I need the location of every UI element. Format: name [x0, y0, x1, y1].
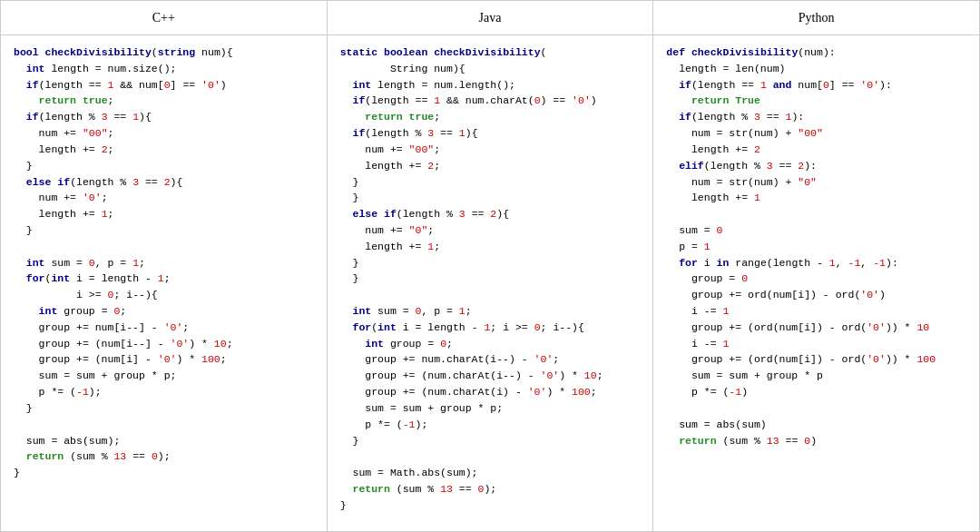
cpp-header: C++ — [1, 1, 328, 34]
java-header: Java — [328, 1, 654, 34]
python-panel: def checkDivisibility(num): length = len… — [653, 35, 979, 531]
main-container: C++ Java Python bool checkDivisibility(s… — [0, 0, 980, 532]
cpp-panel: bool checkDivisibility(string num){ int … — [1, 35, 328, 531]
code-row: bool checkDivisibility(string num){ int … — [1, 35, 979, 531]
python-header: Python — [653, 1, 979, 34]
header-row: C++ Java Python — [1, 1, 979, 35]
java-panel: static boolean checkDivisibility( String… — [328, 35, 654, 531]
